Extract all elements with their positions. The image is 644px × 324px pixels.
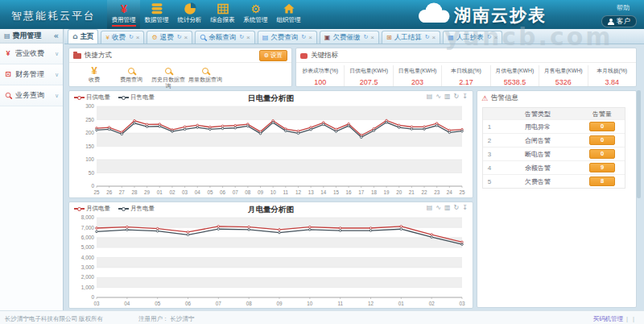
refresh-icon[interactable]: ↻	[239, 35, 244, 40]
gear-icon: ⚙	[264, 53, 269, 59]
tab-home[interactable]: ⌂ 主页	[68, 29, 98, 44]
svg-text:200: 200	[85, 130, 94, 135]
nav-item-statistics[interactable]: 统计分析	[173, 0, 206, 29]
svg-text:27: 27	[119, 189, 126, 195]
sidebar-item-finance-management[interactable]: ⊡ 财务管理 ∨	[0, 64, 63, 85]
tab-balance-query[interactable]: 余额查询 ↻ ×	[195, 31, 255, 44]
metric-daily-supply: 日供电量(KWH) 207.5	[344, 65, 392, 86]
settings-label: 设置	[270, 52, 283, 60]
shortcut-charging[interactable]: ¥ 收费	[76, 65, 113, 90]
refresh-icon[interactable]: ↻	[129, 35, 134, 40]
svg-text:21: 21	[409, 189, 415, 195]
legend-monthly-supply[interactable]: 月供电量	[74, 205, 110, 213]
refresh-icon[interactable]: ↻	[487, 35, 492, 40]
user-button[interactable]: 客户	[601, 15, 637, 27]
legend-daily-sales[interactable]: 日售电量	[118, 93, 155, 102]
alarm-count-badge[interactable]: 8	[589, 177, 615, 186]
line-chart-icon[interactable]: ∿	[436, 93, 441, 100]
alarm-count-badge[interactable]: 0	[589, 122, 615, 131]
menu-list-icon: ▤	[4, 32, 10, 39]
close-icon[interactable]: ×	[432, 35, 436, 41]
svg-text:03: 03	[459, 301, 465, 306]
alarm-count-badge[interactable]: 9	[589, 163, 615, 172]
sidebar-item-label: 财务管理	[15, 69, 44, 80]
shortcut-usage-data-query[interactable]: 用量数据查询	[187, 65, 224, 90]
tab-manual-settlement[interactable]: ⊞ 人工结算 ↻ ×	[382, 31, 440, 44]
alarm-count-badge[interactable]: 0	[589, 149, 615, 159]
settings-button[interactable]: ⚙ 设置	[259, 50, 287, 61]
close-icon[interactable]: ×	[246, 35, 250, 41]
svg-text:150: 150	[85, 143, 94, 149]
nav-item-data-management[interactable]: 数据管理	[140, 0, 173, 29]
code-machine-link[interactable]: 买码机管理	[593, 315, 624, 323]
sidebar-header-fee-management[interactable]: ▤ 费用管理 «	[0, 29, 63, 44]
shortcut-fee-query[interactable]: 费用查询	[113, 65, 150, 90]
nav-label: 统计分析	[178, 16, 202, 25]
refresh-icon[interactable]: ↻	[363, 35, 368, 40]
report-table-icon	[217, 2, 229, 15]
help-link[interactable]: 帮助	[617, 3, 630, 12]
tab-arrears-query[interactable]: ▤ 欠费查询 ↻ ×	[258, 31, 317, 44]
nav-item-system[interactable]: ⚙ 系统管理	[239, 0, 272, 29]
sidebar-item-business-query[interactable]: 业务查询 ∨	[0, 85, 63, 106]
svg-text:23: 23	[434, 189, 440, 195]
sidebar-item-label: 营业收费	[15, 48, 44, 59]
shortcut-history-daily-data-query[interactable]: 历史日数据查询	[150, 65, 187, 90]
bar-chart-icon[interactable]: ▥	[444, 204, 451, 211]
svg-text:24: 24	[447, 189, 453, 195]
alarm-count-badge[interactable]: 0	[589, 135, 615, 145]
download-icon[interactable]: ↧	[462, 204, 468, 211]
yen-icon: ¥	[118, 2, 130, 15]
restore-icon[interactable]: ↻	[454, 93, 460, 100]
data-view-icon[interactable]: ▤	[427, 204, 433, 211]
svg-text:12: 12	[295, 189, 302, 195]
warning-icon: ⚠	[481, 95, 488, 102]
sidebar-item-business-charging[interactable]: ¥ 营业收费 ∨	[0, 44, 63, 64]
legend-line-marker	[118, 97, 129, 98]
search-icon	[128, 65, 134, 76]
refresh-icon[interactable]: ↻	[425, 35, 430, 40]
svg-text:8,000: 8,000	[81, 215, 95, 220]
vertical-scrollbar[interactable]	[637, 90, 641, 198]
data-view-icon[interactable]: ▤	[427, 93, 433, 100]
tab-label: 人工结算	[394, 33, 422, 43]
gear-icon: ⚙	[250, 2, 261, 15]
tab-refund[interactable]: ⚙ 退费 ↻ ×	[147, 31, 192, 44]
svg-text:0: 0	[91, 294, 94, 300]
chart-toolbar: ▤ ∿ ▥ ↻ ↧	[427, 93, 468, 100]
gear-icon: ⚙	[151, 35, 157, 41]
legend-daily-supply[interactable]: 日供电量	[74, 93, 110, 102]
shortcut-label: 收费	[76, 77, 112, 83]
line-chart-icon[interactable]: ∿	[436, 204, 441, 211]
nav-item-reports[interactable]: 综合报表	[206, 0, 239, 29]
close-icon[interactable]: ×	[184, 35, 188, 41]
close-icon[interactable]: ×	[370, 35, 374, 41]
svg-text:09: 09	[276, 301, 283, 306]
refresh-icon[interactable]: ↻	[301, 35, 306, 40]
table-row-balance-alarm: 4 余额告警 9	[483, 160, 625, 174]
close-icon[interactable]: ×	[136, 35, 140, 41]
nav-label: 系统管理	[244, 16, 268, 25]
tab-label: 人工抄表	[456, 33, 484, 43]
yen-icon: ¥	[105, 35, 109, 41]
refresh-icon[interactable]: ↻	[177, 35, 182, 40]
metric-read-success-rate: 抄表成功率(%) 100	[296, 65, 344, 86]
download-icon[interactable]: ↧	[462, 93, 468, 100]
legend-monthly-sales[interactable]: 月售电量	[118, 205, 155, 213]
tab-manual-meter-reading[interactable]: ▦ 人工抄表 ↻ ×	[443, 31, 502, 44]
nav-item-organization[interactable]: 组织管理	[272, 0, 305, 29]
svg-text:17: 17	[358, 189, 365, 195]
collapse-icon[interactable]: «	[54, 32, 59, 40]
legend-line-marker	[74, 208, 85, 210]
bar-chart-icon[interactable]: ▥	[444, 93, 451, 100]
svg-text:14: 14	[320, 189, 327, 195]
restore-icon[interactable]: ↻	[454, 204, 460, 211]
svg-text:07: 07	[233, 189, 239, 195]
nav-item-fee-management[interactable]: ¥ 费用管理	[107, 0, 140, 29]
tab-charging[interactable]: ¥ 收费 ↻ ×	[101, 31, 144, 44]
tab-arrears-collection[interactable]: ▣ 欠费催缴 ↻ ×	[320, 31, 379, 44]
svg-text:¥: ¥	[121, 2, 127, 15]
close-icon[interactable]: ×	[494, 35, 498, 41]
yen-icon: ¥	[4, 50, 12, 57]
close-icon[interactable]: ×	[308, 35, 312, 41]
